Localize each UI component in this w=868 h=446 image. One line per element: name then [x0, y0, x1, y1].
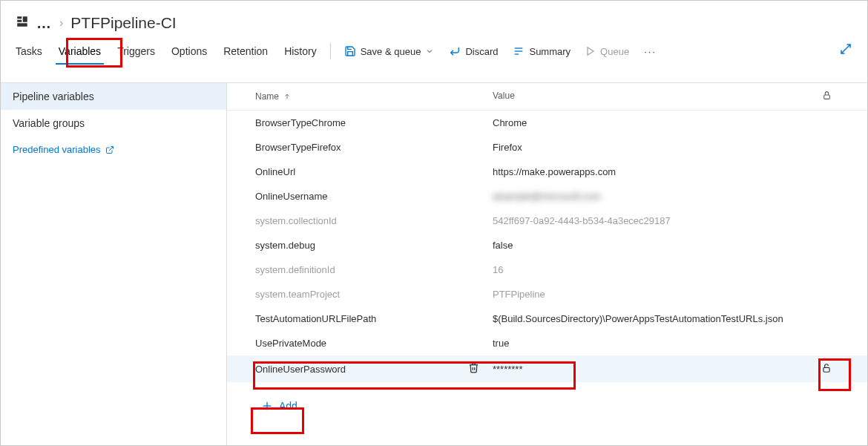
discard-label: Discard: [465, 46, 498, 57]
tab-bar: Tasks Variables Triggers Options Retenti…: [16, 42, 317, 65]
variable-value: 542ff697-0a92-4443-b534-4a3ecec29187: [493, 215, 808, 226]
sort-ascending-icon: [283, 93, 291, 100]
summary-button[interactable]: Summary: [513, 45, 571, 62]
main-area: Pipeline variables Variable groups Prede…: [1, 82, 867, 445]
variable-name[interactable]: system.collectionId: [255, 215, 337, 226]
breadcrumb: … › PTFPipeline-CI: [16, 14, 852, 32]
variable-name[interactable]: OnlineUserPassword: [255, 364, 346, 375]
table-row[interactable]: system.teamProjectPTFPipeline: [227, 282, 867, 306]
tab-retention[interactable]: Retention: [223, 42, 268, 65]
more-actions-button[interactable]: ···: [644, 46, 657, 62]
svg-rect-3: [17, 23, 27, 27]
external-link-icon: [105, 145, 114, 154]
table-row[interactable]: system.debugfalse: [227, 233, 867, 258]
table-row[interactable]: BrowserTypeFirefoxFirefox: [227, 135, 867, 160]
tab-triggers[interactable]: Triggers: [117, 42, 155, 65]
table-row[interactable]: BrowserTypeChromeChrome: [227, 111, 867, 135]
add-label: Add: [279, 400, 297, 412]
separator: [330, 43, 331, 59]
column-header-lock: [808, 91, 845, 102]
variable-name[interactable]: system.debug: [255, 240, 315, 251]
svg-rect-11: [823, 95, 829, 99]
tab-tasks[interactable]: Tasks: [16, 42, 42, 65]
variable-value[interactable]: Chrome: [493, 117, 808, 128]
table-row[interactable]: system.definitionId16: [227, 258, 867, 282]
save-queue-label: Save & queue: [361, 46, 421, 57]
table-header: Name Value: [227, 83, 867, 111]
header: … › PTFPipeline-CI: [1, 1, 867, 32]
column-header-name[interactable]: Name: [255, 91, 493, 102]
tab-variables[interactable]: Variables: [59, 42, 101, 65]
project-icon[interactable]: [16, 15, 29, 32]
app-frame: { "breadcrumb": { "ellipsis": "…", "titl…: [0, 0, 868, 446]
variable-value[interactable]: true: [493, 338, 808, 349]
sidebar-item-pipeline-variables[interactable]: Pipeline variables: [1, 83, 226, 110]
plus-icon: [261, 400, 273, 412]
toolbar: Tasks Variables Triggers Options Retenti…: [1, 32, 867, 65]
tab-options[interactable]: Options: [171, 42, 207, 65]
table-row[interactable]: OnlineUserPassword********: [227, 355, 867, 382]
variable-name[interactable]: OnlineUrl: [255, 166, 295, 177]
variable-name[interactable]: system.teamProject: [255, 289, 340, 300]
svg-rect-2: [23, 16, 27, 22]
summary-label: Summary: [529, 46, 571, 57]
page-title[interactable]: PTFPipeline-CI: [70, 14, 176, 32]
svg-rect-1: [17, 19, 22, 22]
variable-name[interactable]: OnlineUsername: [255, 191, 328, 202]
svg-line-8: [841, 45, 850, 53]
tab-history[interactable]: History: [284, 42, 317, 65]
variable-name[interactable]: BrowserTypeFirefox: [255, 142, 341, 153]
variables-table: Name Value BrowserTypeChromeChromeBrowse…: [227, 83, 867, 445]
fullscreen-button[interactable]: [839, 42, 852, 58]
svg-marker-7: [588, 47, 594, 56]
table-row[interactable]: OnlineUsernamealsample@microsoft.com: [227, 184, 867, 209]
svg-rect-0: [17, 16, 22, 19]
table-row[interactable]: system.collectionId542ff697-0a92-4443-b5…: [227, 209, 867, 233]
variable-value[interactable]: $(Build.SourcesDirectory)\PowerAppsTestA…: [493, 313, 808, 324]
variable-name[interactable]: BrowserTypeChrome: [255, 117, 346, 128]
variable-value[interactable]: ********: [493, 364, 808, 375]
delete-icon[interactable]: [468, 362, 479, 376]
table-row[interactable]: TestAutomationURLFilePath$(Build.Sources…: [227, 306, 867, 331]
sidebar-item-variable-groups[interactable]: Variable groups: [1, 110, 226, 137]
chevron-right-icon: ›: [59, 16, 63, 30]
column-header-value[interactable]: Value: [493, 91, 808, 102]
discard-button[interactable]: Discard: [449, 45, 498, 62]
ellipsis-icon: ···: [644, 46, 657, 57]
save-queue-button[interactable]: Save & queue: [344, 45, 435, 62]
table-row[interactable]: OnlineUrlhttps://make.powerapps.com: [227, 160, 867, 184]
variable-value[interactable]: false: [493, 240, 808, 251]
column-name-label: Name: [255, 91, 279, 102]
variable-name[interactable]: system.definitionId: [255, 264, 335, 275]
variable-value: PTFPipeline: [493, 289, 808, 300]
table-row[interactable]: UsePrivateModetrue: [227, 331, 867, 355]
variable-value[interactable]: https://make.powerapps.com: [493, 166, 808, 177]
add-variable-button[interactable]: Add: [255, 396, 308, 416]
chevron-down-icon: [425, 47, 434, 56]
lock-icon: [822, 91, 832, 100]
predefined-label: Predefined variables: [13, 144, 101, 155]
breadcrumb-ellipsis[interactable]: …: [36, 15, 52, 32]
sidebar-link-predefined[interactable]: Predefined variables: [1, 137, 226, 163]
variable-name[interactable]: TestAutomationURLFilePath: [255, 313, 376, 324]
lock-toggle[interactable]: [808, 363, 845, 376]
svg-line-9: [109, 146, 114, 151]
sidebar: Pipeline variables Variable groups Prede…: [1, 83, 227, 445]
variable-value[interactable]: alsample@microsoft.com: [493, 191, 808, 202]
queue-label: Queue: [600, 46, 629, 57]
svg-rect-12: [823, 367, 829, 372]
variable-value[interactable]: Firefox: [493, 142, 808, 153]
queue-button: Queue: [585, 46, 629, 62]
variable-name[interactable]: UsePrivateMode: [255, 338, 326, 349]
variable-value: 16: [493, 264, 808, 275]
